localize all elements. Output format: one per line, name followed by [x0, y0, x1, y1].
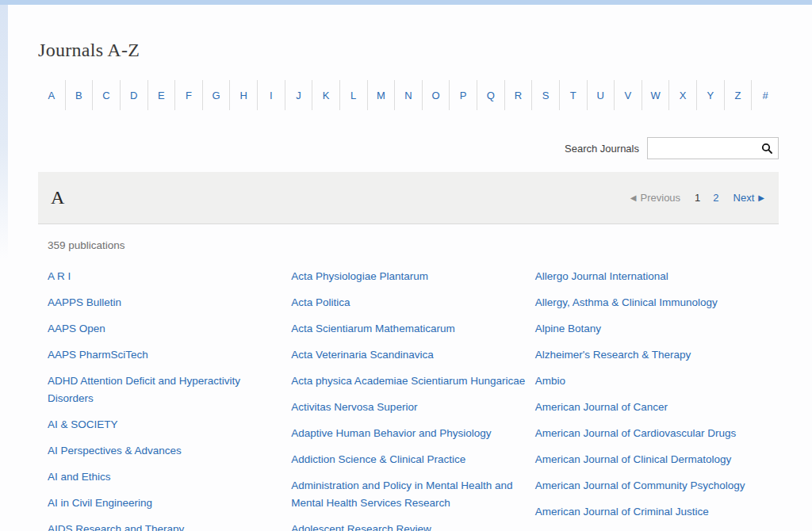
alphabet-letter-link[interactable]: P	[460, 90, 467, 101]
journal-link[interactable]: A R I	[48, 270, 71, 282]
alphabet-letter-link[interactable]: E	[158, 90, 165, 101]
alphabet-letter-cell[interactable]: G	[203, 80, 231, 110]
alphabet-letter-cell[interactable]: D	[121, 80, 148, 110]
alphabet-letter-link[interactable]: W	[650, 90, 660, 101]
journal-link[interactable]: Acta Physiologiae Plantarum	[291, 270, 428, 282]
pagination-previous-button[interactable]: ◀ Previous	[630, 192, 680, 204]
alphabet-letter-link[interactable]: J	[296, 90, 301, 101]
alphabet-letter-cell[interactable]: H	[230, 80, 258, 110]
alphabet-letter-cell[interactable]: B	[66, 80, 94, 110]
alphabet-letter-cell[interactable]: I	[258, 80, 285, 110]
alphabet-letter-cell[interactable]: E	[148, 80, 176, 110]
alphabet-letter-cell[interactable]: T	[560, 80, 588, 110]
journal-link[interactable]: Alzheimer's Research & Therapy	[535, 349, 691, 361]
alphabet-letter-link[interactable]: U	[597, 90, 604, 101]
journal-link[interactable]: American Journal of Criminal Justice	[535, 506, 709, 518]
alphabet-letter-cell[interactable]: N	[395, 80, 423, 110]
journal-link[interactable]: AI & SOCIETY	[48, 418, 118, 430]
alphabet-letter-link[interactable]: #	[762, 90, 768, 101]
journal-list-item: Adolescent Research Review	[291, 521, 528, 531]
journal-list-item: AI & SOCIETY	[48, 416, 285, 434]
journal-link[interactable]: American Journal of Clinical Dermatology	[535, 453, 732, 465]
alphabet-letter-link[interactable]: R	[515, 90, 522, 101]
journal-link[interactable]: AAPS Open	[48, 323, 105, 334]
journal-list-item: American Journal of Community Psychology	[535, 477, 772, 495]
journal-link[interactable]: Ambio	[535, 375, 565, 387]
alphabet-letter-cell[interactable]: S	[532, 80, 560, 110]
alphabet-letter-cell[interactable]: W	[642, 80, 670, 110]
alphabet-letter-cell[interactable]: X	[669, 80, 697, 110]
alphabet-letter-link[interactable]: L	[350, 90, 356, 101]
search-button[interactable]	[756, 138, 778, 159]
alphabet-letter-cell[interactable]: J	[285, 80, 313, 110]
alphabet-letter-link[interactable]: Z	[734, 90, 741, 101]
alphabet-letter-link[interactable]: N	[404, 90, 412, 101]
alphabet-letter-cell[interactable]: #	[752, 80, 779, 110]
alphabet-letter-cell[interactable]: C	[93, 80, 121, 110]
journal-link[interactable]: Allergo Journal International	[535, 270, 668, 282]
alphabet-letter-cell[interactable]: K	[312, 80, 340, 110]
journal-link[interactable]: ADHD Attention Deficit and Hyperactivity…	[48, 375, 240, 404]
journal-link[interactable]: American Journal of Cancer	[535, 401, 668, 413]
alphabet-letter-link[interactable]: D	[130, 90, 137, 101]
journal-link[interactable]: AAPPS Bulletin	[48, 296, 121, 308]
journal-list-item: AI in Civil Engineering	[48, 495, 285, 512]
alphabet-letter-link[interactable]: O	[432, 90, 440, 101]
alphabet-letter-cell[interactable]: Y	[697, 80, 725, 110]
alphabet-letter-cell[interactable]: Z	[725, 80, 753, 110]
journal-list-item: Allergy, Asthma & Clinical Immunology	[535, 294, 772, 311]
alphabet-letter-cell[interactable]: L	[340, 80, 368, 110]
pagination-next-button[interactable]: Next ▶	[733, 192, 764, 204]
alphabet-letter-link[interactable]: M	[377, 90, 385, 101]
journal-link[interactable]: American Journal of Community Psychology	[535, 479, 745, 491]
alphabet-letter-link[interactable]: Y	[707, 90, 714, 101]
alphabet-letter-link[interactable]: S	[542, 90, 550, 101]
alphabet-letter-link[interactable]: F	[186, 90, 192, 101]
journal-link[interactable]: Activitas Nervosa Superior	[291, 401, 417, 413]
journal-link[interactable]: American Journal of Cardiovascular Drugs	[535, 427, 737, 439]
journal-link[interactable]: AI in Civil Engineering	[48, 497, 152, 509]
main-container: Journals A-Z A B C D E F G H I J	[38, 40, 779, 531]
journal-link[interactable]: Adaptive Human Behavior and Physiology	[291, 427, 491, 439]
alphabet-letter-link[interactable]: H	[239, 90, 247, 101]
alphabet-letter-link[interactable]: X	[680, 90, 687, 101]
journal-link[interactable]: Acta physica Academiae Scientiarum Hunga…	[291, 375, 525, 387]
alphabet-letter-cell[interactable]: V	[615, 80, 642, 110]
alphabet-letter-cell[interactable]: P	[450, 80, 477, 110]
journal-link[interactable]: Acta Veterinaria Scandinavica	[291, 349, 433, 361]
journal-link[interactable]: AI and Ethics	[48, 471, 111, 483]
journal-link[interactable]: AIDS Research and Therapy	[48, 523, 184, 531]
alphabet-letter-link[interactable]: T	[570, 90, 576, 101]
journal-list-item: Ambio	[535, 372, 772, 390]
alphabet-letter-cell[interactable]: U	[588, 80, 615, 110]
alphabet-letter-cell[interactable]: A	[38, 80, 66, 110]
alphabet-letter-link[interactable]: G	[213, 90, 220, 101]
journal-link[interactable]: Administration and Policy in Mental Heal…	[291, 479, 512, 509]
alphabet-letter-cell[interactable]: R	[505, 80, 533, 110]
journal-list-item: Addiction Science & Clinical Practice	[291, 451, 528, 468]
journal-list-item: Acta Physiologiae Plantarum	[291, 268, 528, 285]
journal-link[interactable]: Addiction Science & Clinical Practice	[291, 453, 465, 465]
journal-link[interactable]: Alpine Botany	[535, 323, 601, 334]
journal-link[interactable]: AAPS PharmSciTech	[48, 349, 148, 361]
alphabet-letter-cell[interactable]: Q	[477, 80, 505, 110]
alphabet-letter-cell[interactable]: O	[423, 80, 450, 110]
alphabet-letter-link[interactable]: I	[270, 90, 273, 101]
journal-list-item: American Journal of Cardiovascular Drugs	[535, 425, 772, 442]
pagination: ◀ Previous 1 2 Next ▶	[630, 192, 764, 204]
journal-link[interactable]: Acta Politica	[291, 296, 350, 308]
journal-link[interactable]: Acta Scientiarum Mathematicarum	[291, 323, 454, 334]
alphabet-letter-link[interactable]: C	[102, 90, 109, 101]
journal-link[interactable]: AI Perspectives & Advances	[48, 445, 182, 457]
alphabet-letter-link[interactable]: B	[75, 90, 82, 101]
alphabet-letter-link[interactable]: A	[48, 90, 55, 101]
alphabet-letter-cell[interactable]: F	[175, 80, 203, 110]
alphabet-letter-link[interactable]: K	[323, 90, 330, 101]
journal-link[interactable]: Allergy, Asthma & Clinical Immunology	[535, 296, 718, 308]
alphabet-letter-link[interactable]: V	[625, 90, 632, 101]
alphabet-letter-link[interactable]: Q	[487, 90, 495, 101]
top-accent-strip	[0, 0, 812, 5]
pagination-page-2-link[interactable]: 2	[713, 192, 718, 204]
alphabet-letter-cell[interactable]: M	[368, 80, 396, 110]
journal-link[interactable]: Adolescent Research Review	[291, 523, 431, 531]
